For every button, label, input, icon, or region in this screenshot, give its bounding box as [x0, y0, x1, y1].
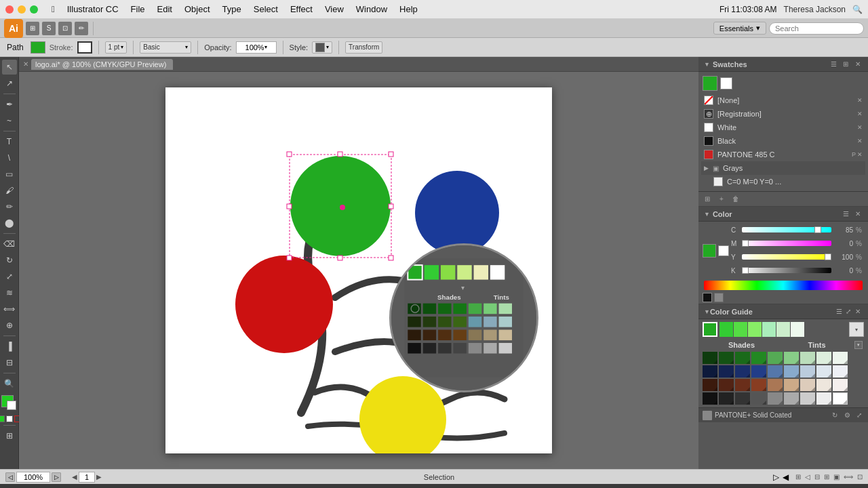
swatch-white-row[interactable]: White ✕ — [701, 121, 865, 134]
harmony-dropdown[interactable]: ▾ — [849, 322, 864, 337]
cg-cell[interactable] — [703, 352, 717, 364]
zoom-tool[interactable]: 🔍 — [2, 376, 17, 391]
red-circle[interactable] — [235, 256, 333, 353]
select-menu[interactable]: Select — [248, 3, 283, 16]
cg-cell[interactable] — [719, 379, 734, 391]
paintbrush-tool[interactable]: 🖌 — [2, 183, 17, 198]
play-icon[interactable]: ▷ — [771, 472, 781, 482]
transform-button[interactable]: Transform — [345, 41, 382, 54]
cg-cell[interactable] — [703, 365, 717, 378]
black-slider[interactable] — [742, 268, 831, 273]
cg-cell[interactable] — [816, 392, 831, 405]
swatch-pantone-action-icon[interactable]: ✕ — [857, 151, 863, 158]
cg-cell[interactable] — [751, 365, 766, 378]
harmony-swatch-1[interactable] — [719, 322, 733, 337]
pen-tool[interactable]: ✒ — [2, 97, 17, 112]
artboard-icon[interactable]: ⊞ — [795, 473, 801, 481]
cg-cell[interactable] — [800, 392, 815, 405]
close-tab-icon[interactable]: ✕ — [23, 60, 28, 68]
cg-cell[interactable] — [816, 365, 831, 378]
cg-cell[interactable] — [703, 392, 717, 405]
cyan-thumb[interactable] — [814, 226, 821, 233]
harmony-swatch-3[interactable] — [748, 322, 762, 337]
minimize-button[interactable] — [18, 5, 26, 14]
rect-tool[interactable]: ▭ — [2, 167, 17, 182]
status-icon-6[interactable]: ⟺ — [844, 473, 853, 481]
cg-cell[interactable] — [735, 392, 750, 405]
cg-cell[interactable] — [800, 379, 815, 391]
cg-cell[interactable] — [751, 352, 766, 364]
select-tool[interactable]: ↖ — [2, 60, 17, 75]
cg-cell[interactable] — [833, 379, 848, 391]
sel-handle-tm[interactable] — [338, 152, 342, 157]
cg-cell[interactable] — [703, 379, 717, 391]
window-menu[interactable]: Window — [351, 3, 393, 16]
type-tool[interactable]: T — [2, 134, 17, 149]
swap-colors-icon[interactable] — [0, 415, 5, 422]
stop-icon[interactable]: ◀ — [781, 472, 790, 482]
view-icon[interactable]: ⊡ — [58, 22, 72, 35]
rotate-tool[interactable]: ↻ — [2, 253, 17, 268]
background-color[interactable] — [7, 401, 16, 410]
cg-cell[interactable] — [719, 392, 734, 405]
pantone-refresh-icon[interactable]: ↻ — [830, 411, 840, 420]
file-menu[interactable]: File — [125, 3, 151, 16]
eraser-tool[interactable]: ⌫ — [2, 237, 17, 251]
sel-handle-bl[interactable] — [287, 256, 292, 260]
magenta-slider[interactable] — [742, 241, 831, 246]
cyan-slider[interactable] — [742, 227, 831, 232]
curvature-tool[interactable]: ~ — [2, 113, 17, 128]
cg-cell[interactable] — [833, 392, 848, 405]
sel-handle-tr[interactable] — [389, 152, 393, 157]
cg-cell[interactable] — [800, 365, 815, 378]
cg-cell[interactable] — [751, 379, 766, 391]
black-thumb[interactable] — [742, 267, 749, 274]
swatch-reg-action-icon[interactable]: ✕ — [857, 110, 863, 117]
artboard-tool[interactable]: ⊟ — [2, 355, 17, 370]
opacity-input[interactable]: 100% ▾ — [236, 41, 277, 54]
page-input[interactable]: 1 — [79, 472, 95, 483]
prev-page-icon[interactable]: ◀ — [72, 473, 77, 481]
artboard-icon[interactable]: ⊞ — [26, 22, 39, 35]
pen-icon[interactable]: ✏ — [75, 22, 88, 35]
swatch-none-action-icon[interactable]: ✕ — [857, 97, 863, 104]
cg-cell[interactable] — [768, 352, 783, 364]
pencil-tool[interactable]: ✏ — [2, 199, 17, 214]
swatches-close-icon[interactable]: ✕ — [853, 60, 863, 69]
scale-tool[interactable]: ⤢ — [2, 269, 17, 284]
color-guide-expand-icon[interactable]: ⤢ — [844, 307, 853, 317]
cg-cell[interactable] — [784, 392, 799, 405]
harmony-swatch-5[interactable] — [776, 322, 790, 337]
brush-dropdown[interactable]: Basic ▾ — [140, 41, 191, 54]
pantone-expand-icon[interactable]: ⤢ — [854, 411, 864, 420]
swatches-collapse-icon[interactable]: ▼ — [704, 61, 710, 68]
screen-mode-icon[interactable]: ⊞ — [2, 428, 17, 443]
search-icon[interactable]: 🔍 — [852, 5, 863, 14]
new-color-group-button[interactable]: ⊞ — [701, 193, 713, 205]
zoom-in-icon[interactable]: ▷ — [52, 472, 61, 482]
cg-cell[interactable] — [735, 379, 750, 391]
cg-cell[interactable] — [735, 365, 750, 378]
cg-cell[interactable] — [768, 392, 783, 405]
swatch-gray-row[interactable]: C=0 M=0 Y=0 ... — [701, 175, 865, 188]
blend-tool[interactable]: ⊕ — [2, 318, 17, 333]
style-dropdown[interactable]: ▾ — [312, 41, 332, 54]
grays-group-arrow[interactable]: ▶ — [704, 165, 709, 171]
help-menu[interactable]: Help — [394, 3, 423, 16]
color-fg-swatch[interactable] — [703, 244, 716, 258]
cg-cell[interactable] — [784, 379, 799, 391]
grid-icon[interactable]: ⊟ — [814, 473, 820, 481]
swatch-white-action-icon[interactable]: ✕ — [857, 124, 863, 131]
stroke-swatch[interactable] — [77, 41, 92, 54]
color-guide-close-icon[interactable]: ✕ — [853, 307, 863, 317]
view-menu[interactable]: View — [319, 3, 349, 16]
color-bg-swatch[interactable] — [718, 245, 729, 256]
cg-settings-button[interactable]: ▾ — [854, 341, 863, 349]
new-swatch-button[interactable]: + — [715, 193, 728, 205]
cg-cell[interactable] — [784, 352, 799, 364]
close-button[interactable] — [5, 5, 14, 14]
search-input[interactable] — [769, 22, 864, 35]
cg-cell[interactable] — [768, 365, 783, 378]
harmony-swatch-4[interactable] — [762, 322, 776, 337]
color-mode-rgb[interactable] — [714, 293, 724, 302]
